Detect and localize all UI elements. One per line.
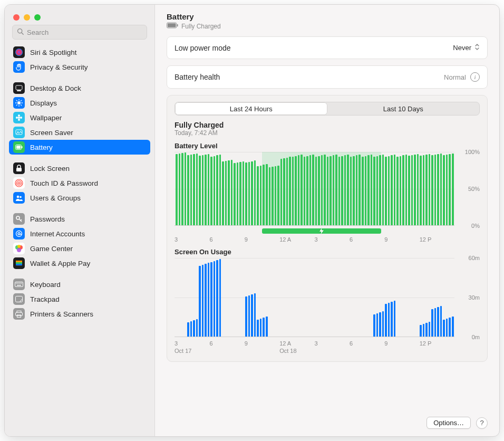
- svg-rect-44: [15, 282, 23, 287]
- sidebar-item-game-center[interactable]: Game Center: [9, 241, 150, 256]
- chart-bar: [283, 158, 285, 225]
- sidebar-item-displays[interactable]: Displays: [9, 95, 150, 110]
- chart-bar: [205, 264, 207, 337]
- chart-bar: [292, 157, 294, 225]
- options-button[interactable]: Options…: [427, 417, 471, 429]
- svg-rect-26: [13, 177, 25, 189]
- sidebar-item-screen-saver[interactable]: Screen Saver: [9, 125, 150, 140]
- chart-bar: [353, 156, 355, 225]
- svg-line-1: [22, 33, 23, 34]
- info-icon[interactable]: i: [470, 72, 480, 82]
- sidebar-item-lock-screen[interactable]: Lock Screen: [9, 161, 150, 176]
- chart-bar: [443, 320, 445, 337]
- svg-rect-45: [16, 283, 17, 284]
- chart-bar: [280, 159, 283, 225]
- sidebar-item-passwords[interactable]: Passwords: [9, 212, 150, 226]
- chart-bar: [440, 154, 442, 225]
- sidebar-item-label: Wallet & Apple Pay: [30, 260, 90, 267]
- sidebar-item-privacy-security[interactable]: Privacy & Security: [9, 60, 150, 74]
- minimize-window-button[interactable]: [24, 14, 30, 21]
- sidebar-item-users-groups[interactable]: Users & Groups: [9, 190, 150, 205]
- sidebar-item-trackpad[interactable]: Trackpad: [9, 292, 150, 306]
- sidebar-item-wallpaper[interactable]: Wallpaper: [9, 110, 150, 125]
- time-range-segmented: Last 24 Hours Last 10 Days: [175, 102, 480, 116]
- help-button[interactable]: ?: [476, 417, 488, 429]
- svg-rect-24: [22, 146, 23, 148]
- x-tick: 6: [209, 236, 244, 243]
- chart-bar: [196, 154, 198, 225]
- chart-bar: [214, 156, 216, 225]
- sidebar-item-internet-accounts[interactable]: Internet Accounts: [9, 226, 150, 241]
- chart-bar: [202, 265, 204, 337]
- battery-health-panel: Battery health Normal i: [167, 65, 488, 89]
- sidebar-item-battery[interactable]: Battery: [9, 140, 150, 155]
- chart-bar: [179, 154, 181, 225]
- chart-bar: [243, 161, 245, 225]
- chart-bar: [187, 155, 189, 225]
- svg-rect-5: [17, 90, 21, 91]
- low-power-popup[interactable]: Never: [453, 43, 480, 52]
- battery-status-text: Fully Charged: [181, 23, 221, 30]
- tab-last-10-days[interactable]: Last 10 Days: [327, 102, 480, 115]
- svg-rect-25: [16, 168, 22, 171]
- zoom-window-button[interactable]: [34, 14, 41, 21]
- y-label: 0%: [471, 223, 480, 229]
- gamecenter-icon: [13, 243, 25, 254]
- x-tick: 6: [209, 340, 244, 347]
- sun-icon: [13, 97, 25, 109]
- x-tick: 9: [245, 340, 279, 347]
- chart-bar: [376, 313, 379, 337]
- chart-bar: [402, 155, 404, 225]
- svg-point-3: [15, 49, 23, 56]
- sidebar-item-label: Passwords: [30, 215, 65, 223]
- chart-bar: [443, 155, 445, 225]
- x-tick: 12 A: [279, 340, 314, 347]
- chart-bar: [385, 157, 387, 225]
- chart-bar: [452, 317, 454, 337]
- tab-last-24-hours[interactable]: Last 24 Hours: [175, 102, 327, 115]
- chart-bar: [237, 162, 239, 225]
- search-input[interactable]: Search: [12, 25, 147, 40]
- chart-bar: [329, 156, 332, 225]
- chart-bar: [202, 155, 204, 225]
- chart-bar: [429, 322, 431, 337]
- sidebar-item-desktop-dock[interactable]: Desktop & Dock: [9, 81, 150, 95]
- chart-bar: [298, 155, 300, 225]
- sidebar-item-label: Desktop & Dock: [30, 84, 81, 92]
- chart-bar: [199, 156, 201, 225]
- chart-bar: [304, 157, 306, 225]
- chart-bar: [358, 155, 361, 225]
- chart-bar: [423, 324, 425, 337]
- x-tick: 3: [315, 236, 350, 243]
- lock-icon: [13, 162, 25, 174]
- chart-bar: [335, 155, 337, 225]
- chart-bar: [379, 312, 381, 337]
- sidebar-item-touch-id-password[interactable]: Touch ID & Password: [9, 176, 150, 190]
- sidebar-item-wallet-apple-pay[interactable]: Wallet & Apple Pay: [9, 256, 150, 271]
- sidebar-item-printers-scanners[interactable]: Printers & Scanners: [9, 306, 150, 321]
- svg-point-16: [18, 119, 20, 121]
- sidebar-item-siri-spotlight[interactable]: Siri & Spotlight: [9, 45, 150, 60]
- svg-rect-56: [168, 23, 176, 27]
- sidebar-item-keyboard[interactable]: Keyboard: [9, 277, 150, 292]
- x-tick: 12 A: [279, 236, 314, 243]
- chart-bar: [347, 155, 349, 225]
- low-power-label: Low power mode: [175, 44, 231, 52]
- full-charge-title: Fully Charged: [175, 121, 480, 129]
- svg-point-18: [20, 117, 22, 119]
- touchid-icon: [13, 177, 25, 189]
- chart-bar: [434, 308, 437, 337]
- close-window-button[interactable]: [13, 14, 20, 21]
- sidebar-item-label: Siri & Spotlight: [30, 49, 77, 56]
- chart-bar: [251, 294, 253, 337]
- chart-bar: [356, 155, 358, 225]
- chart-bar: [431, 309, 433, 337]
- trackpad-icon: [13, 293, 25, 305]
- y-label: 0m: [472, 334, 480, 340]
- chart-bar: [425, 323, 428, 337]
- svg-line-14: [16, 105, 17, 106]
- chart-bar: [400, 156, 402, 225]
- chart-bar: [289, 157, 291, 225]
- chart-bar: [385, 304, 387, 337]
- date-label: [350, 348, 384, 354]
